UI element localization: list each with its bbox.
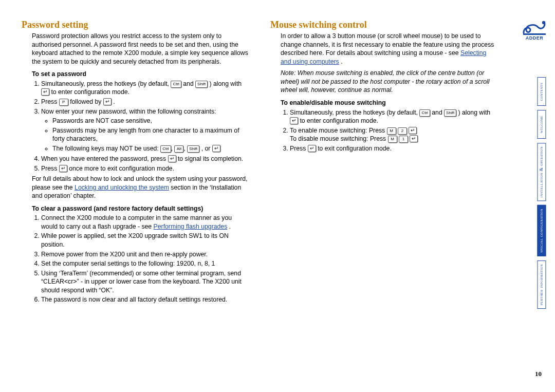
set-step-3: Now enter your new password, within the … <box>41 107 249 153</box>
set-step-2: Press P followed by ↵ . <box>41 98 249 106</box>
page: ADDER contents welcome installation & op… <box>0 0 555 392</box>
side-nav: contents welcome installation & operatio… <box>537 77 546 309</box>
password-constraints: Passwords are NOT case sensitive, Passwo… <box>41 117 249 153</box>
tab-welcome[interactable]: welcome <box>537 110 546 139</box>
left-lead: Password protection allows you restrict … <box>32 32 249 66</box>
brand-logo: ADDER <box>521 18 548 41</box>
keycap-enter: ↵ <box>290 117 298 124</box>
right-lead: In order to allow a 3 button mouse (or s… <box>281 32 497 66</box>
mouse-step-3: Press ↵ to exit configuration mode. <box>290 144 497 153</box>
tab-contents[interactable]: contents <box>537 77 546 106</box>
keycap-p: P <box>59 99 68 106</box>
set-step-5: Press ↵ once more to exit configuration … <box>41 164 249 173</box>
keycap-enter: ↵ <box>308 145 316 152</box>
mouse-switch-heading: To enable/disable mouse switching <box>281 99 497 107</box>
keycap-shift: Shift <box>444 109 456 117</box>
after-steps-note: For full details about how to lock and u… <box>32 175 249 200</box>
clear-step-6: The password is now clear and all factor… <box>41 295 249 304</box>
keycap-ctrl: Ctrl <box>160 145 171 153</box>
clear-step-5: Using ‘TeraTerm’ (recommended) or some o… <box>41 269 249 295</box>
clear-password-heading: To clear a password (and restore factory… <box>32 204 249 213</box>
set-password-heading: To set a password <box>32 70 249 79</box>
clear-step-3: Remove power from the X200 unit and then… <box>41 250 249 259</box>
mouse-step-2: To enable mouse switching: Press M 2 ↵ T… <box>290 126 497 143</box>
right-note: Note: When mouse switching is enabled, t… <box>281 69 497 95</box>
keycap-alt: Alt <box>174 145 183 153</box>
keycap-ctrl: Ctrl <box>419 109 430 117</box>
keycap-enter: ↵ <box>168 155 176 162</box>
mouse-switch-steps: Simultaneously, press the hotkeys (by de… <box>281 108 497 153</box>
left-title: Password setting <box>22 18 249 31</box>
set-step-4: When you have entered the password, pres… <box>41 155 249 163</box>
constraint-1: Passwords are NOT case sensitive, <box>52 117 249 125</box>
constraint-2: Passwords may be any length from one cha… <box>52 126 249 143</box>
tab-further[interactable]: further information <box>537 260 546 309</box>
keycap-enter: ↵ <box>41 88 49 96</box>
keycap-enter: ↵ <box>409 127 417 134</box>
clear-step-2: While power is applied, set the X200 upg… <box>41 232 249 249</box>
keycap-m: M <box>387 127 396 135</box>
keycap-shift: Shift <box>195 81 208 88</box>
tab-special[interactable]: special configuration <box>537 205 546 256</box>
keycap-1: 1 <box>399 136 408 143</box>
link-lock-unlock[interactable]: Locking and unlocking the system <box>75 184 169 191</box>
tab-install[interactable]: installation & operation <box>537 143 546 201</box>
clear-step-4: Set the computer serial settings to the … <box>41 259 249 268</box>
mouse-step-1: Simultaneously, press the hotkeys (by de… <box>290 108 497 125</box>
keycap-enter: ↵ <box>103 98 112 105</box>
keycap-enter: ↵ <box>59 165 67 172</box>
keycap-enter: ↵ <box>212 145 220 152</box>
set-password-steps: Simultaneously, press the hotkeys (by de… <box>32 80 249 173</box>
keycap-m: M <box>388 136 397 143</box>
right-column: Mouse switching control In order to allo… <box>270 18 497 306</box>
keycap-ctrl: Ctrl <box>171 81 181 88</box>
brand-name: ADDER <box>521 35 548 41</box>
constraint-3: The following keys may NOT be used: Ctrl… <box>52 144 249 153</box>
clear-password-steps: Connect the X200 module to a computer in… <box>32 214 249 304</box>
clear-step-1: Connect the X200 module to a computer in… <box>41 214 249 231</box>
snake-icon <box>522 18 547 36</box>
page-number: 10 <box>535 369 542 379</box>
right-title: Mouse switching control <box>270 18 497 31</box>
keycap-shift: Shift <box>187 145 199 153</box>
left-column: Password setting Password protection all… <box>22 18 249 306</box>
keycap-enter: ↵ <box>410 135 418 142</box>
keycap-2: 2 <box>398 127 407 135</box>
svg-point-0 <box>542 21 545 24</box>
link-flash-upgrade[interactable]: Performing flash upgrades <box>154 223 228 230</box>
set-step-1: Simultaneously, press the hotkeys (by de… <box>41 80 249 97</box>
